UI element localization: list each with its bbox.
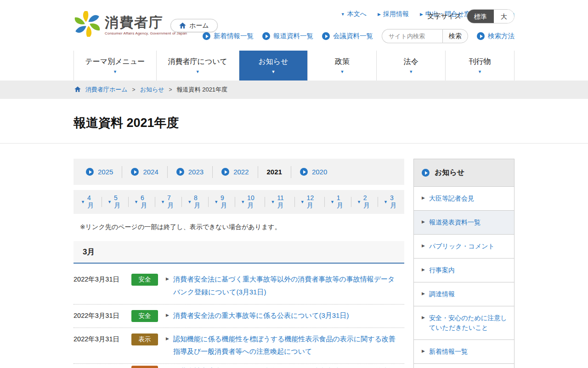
- news-item-row: 2022年3月31日 安全 ▶ 消費者安全法に基づく重大事故等以外の消費者事故等…: [74, 264, 404, 305]
- text-size-standard-button[interactable]: 標準: [467, 10, 494, 23]
- news-title-link[interactable]: 消費者安全法の重大事故等に係る公表について(3月31日): [173, 309, 349, 322]
- nav-menu-label: お知らせ: [258, 57, 288, 67]
- month-link-label[interactable]: 6月: [141, 194, 149, 210]
- year-tab-label[interactable]: 2022: [233, 168, 249, 176]
- month-link-label[interactable]: 1月: [337, 194, 345, 210]
- breadcrumb-oshirase-link[interactable]: お知らせ: [140, 86, 164, 94]
- month-link-label[interactable]: 7月: [167, 194, 176, 210]
- notice-text: ※リンク先のページの一部は終了し、表示できない場合があります。: [80, 223, 404, 231]
- chevron-down-icon: ▼: [478, 70, 482, 74]
- month-link-label[interactable]: 4月: [87, 194, 96, 210]
- triangle-down-icon: ▼: [271, 200, 275, 204]
- news-title-link[interactable]: 消費者安全法に基づく重大事故等以外の消費者事故等の事故情報データバンク登録につい…: [173, 273, 396, 299]
- triangle-right-icon: ▶: [422, 268, 425, 272]
- month-link-label[interactable]: 12月: [307, 194, 319, 210]
- month-link[interactable]: ▼ 5月: [102, 197, 129, 207]
- month-link[interactable]: ▼ 12月: [295, 197, 325, 207]
- search-help-link[interactable]: 検索方法: [477, 32, 514, 40]
- news-date: 2022年3月30日: [74, 365, 125, 368]
- page-title: 報道資料 2021年度: [74, 115, 179, 131]
- sidebar-item[interactable]: ▶ 報道発表資料一覧: [414, 211, 514, 235]
- year-tab-label[interactable]: 2023: [188, 168, 204, 176]
- quick-links-row: 新着情報一覧 報道資料一覧 会議資料一覧 検索: [203, 29, 514, 43]
- sidebar-item[interactable]: ▶ パブリック・コメント: [414, 235, 514, 259]
- quick-link[interactable]: 新着情報一覧: [203, 32, 254, 40]
- site-search: 検索: [382, 29, 468, 43]
- month-link[interactable]: ▼ 6月: [129, 197, 155, 207]
- month-link[interactable]: ▼ 8月: [182, 197, 209, 207]
- year-tab[interactable]: 2020: [291, 166, 336, 178]
- year-tab-label[interactable]: 2020: [312, 168, 327, 176]
- year-tab-label[interactable]: 2024: [143, 168, 158, 176]
- month-link-label[interactable]: 8月: [194, 194, 203, 210]
- nav-menu-item[interactable]: 政策 ▼: [308, 51, 377, 80]
- sidebar-item[interactable]: ▶ リコール情報: [414, 364, 514, 368]
- month-link[interactable]: ▼ 10月: [235, 197, 265, 207]
- sidebar-item[interactable]: ▶ 調達情報: [414, 282, 514, 306]
- play-circle-icon: [221, 168, 229, 176]
- month-link-label[interactable]: 10月: [247, 194, 259, 210]
- sidebar-item-label[interactable]: 行事案内: [429, 265, 455, 275]
- sidebar-item-label[interactable]: 新着情報一覧: [429, 347, 468, 356]
- month-link-label[interactable]: 9月: [220, 194, 229, 210]
- quick-links: 新着情報一覧 報道資料一覧 会議資料一覧: [203, 32, 373, 40]
- category-badge: 安全: [131, 310, 158, 322]
- month-link[interactable]: ▼ 7月: [155, 197, 182, 207]
- news-date: 2022年3月31日: [74, 333, 125, 344]
- news-item-row: 2022年3月31日 表示 ▶ 認知機能に係る機能性を標ぼうする機能性表示食品の…: [74, 328, 404, 364]
- nav-menu-item[interactable]: 法令 ▼: [377, 51, 446, 80]
- year-tab-label[interactable]: 2025: [98, 168, 113, 176]
- main-navigation: テーマ別メニュー ▼ 消費者庁について ▼ お知らせ ▼ 政策 ▼ 法令 ▼: [74, 51, 514, 80]
- year-tab[interactable]: 2021: [258, 166, 291, 178]
- search-button[interactable]: 検索: [442, 29, 468, 43]
- month-link[interactable]: ▼ 9月: [209, 197, 235, 207]
- month-link[interactable]: ▼ 4月: [75, 197, 102, 207]
- breadcrumb-home-link[interactable]: 消費者庁ホーム: [85, 86, 128, 94]
- year-tab[interactable]: 2022: [213, 166, 258, 178]
- year-tab[interactable]: 2023: [168, 166, 213, 178]
- month-link[interactable]: ▼ 1月: [325, 197, 351, 207]
- month-link-label[interactable]: 2月: [363, 194, 372, 210]
- news-title-link[interactable]: 認知機能に係る機能性を標ぼうする機能性表示食品の表示に関する改善指導及び一般消費…: [173, 333, 396, 358]
- play-circle-icon: [422, 169, 430, 177]
- month-link-label[interactable]: 11月: [277, 194, 288, 210]
- month-section-heading: 3月: [74, 241, 404, 264]
- sidebar-item-label[interactable]: 調達情報: [429, 289, 455, 299]
- category-badge: 表示: [131, 334, 158, 345]
- nav-menu-item[interactable]: テーマ別メニュー ▼: [74, 51, 157, 80]
- nav-menu-item[interactable]: 消費者庁について ▼: [157, 51, 239, 80]
- text-size-large-button[interactable]: 大: [494, 10, 514, 23]
- sidebar-item-label[interactable]: 安全・安心のために注意していただきたいこと: [429, 313, 509, 333]
- month-link-label[interactable]: 3月: [390, 194, 399, 210]
- nav-menu-item[interactable]: お知らせ ▼: [239, 51, 308, 80]
- utility-link-label: 採用情報: [383, 10, 409, 18]
- news-list: 2022年3月31日 安全 ▶ 消費者安全法に基づく重大事故等以外の消費者事故等…: [74, 264, 404, 368]
- sidebar-item[interactable]: ▶ 安全・安心のために注意していただきたいこと: [414, 306, 514, 340]
- year-tab[interactable]: 2024: [122, 166, 167, 178]
- quick-link[interactable]: 報道資料一覧: [262, 32, 313, 40]
- triangle-right-icon: ▶: [422, 220, 425, 224]
- sidebar-item[interactable]: ▶ 行事案内: [414, 259, 514, 282]
- utility-link[interactable]: ▼ 本文へ: [341, 10, 367, 18]
- sidebar-item-label[interactable]: パブリック・コメント: [429, 242, 495, 251]
- month-link[interactable]: ▼ 11月: [265, 197, 294, 207]
- news-title-link[interactable]: 消費者被害防止ネットワーク東海とひかり司法書士法人との間で差止請求に係る合意が成…: [173, 365, 396, 368]
- month-link[interactable]: ▼ 2月: [351, 197, 378, 207]
- sidebar-item[interactable]: ▶ 大臣等記者会見: [414, 187, 514, 211]
- breadcrumb-separator: >: [132, 86, 136, 93]
- month-link[interactable]: ▼ 3月: [378, 197, 404, 207]
- search-input[interactable]: [382, 29, 442, 43]
- utility-link[interactable]: ▶ 採用情報: [378, 10, 409, 18]
- play-circle-icon: [86, 168, 94, 176]
- sidebar-item-label[interactable]: 大臣等記者会見: [429, 194, 474, 203]
- breadcrumb: 消費者庁ホーム > お知らせ > 報道資料 2021年度: [0, 80, 588, 99]
- nav-menu-item[interactable]: 刊行物 ▼: [446, 51, 514, 80]
- month-link-label[interactable]: 5月: [114, 194, 123, 210]
- quick-link[interactable]: 会議資料一覧: [322, 32, 373, 40]
- sidebar-item-label[interactable]: 報道発表資料一覧: [429, 218, 481, 227]
- sidebar-item[interactable]: ▶ 新着情報一覧: [414, 340, 514, 364]
- year-tab-label[interactable]: 2021: [267, 168, 282, 176]
- play-circle-icon: [131, 168, 139, 176]
- news-item-row: 2022年3月30日 制度 ▶ 消費者被害防止ネットワーク東海とひかり司法書士法…: [74, 364, 404, 368]
- year-tab[interactable]: 2025: [77, 166, 122, 178]
